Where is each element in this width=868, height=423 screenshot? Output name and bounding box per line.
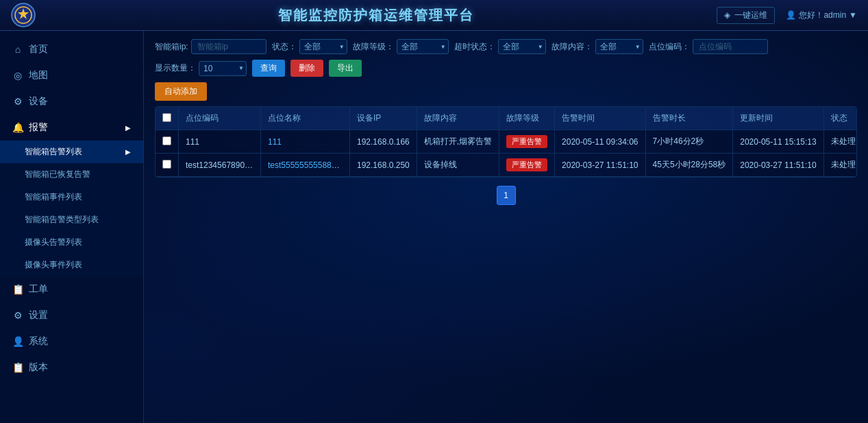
- row2-alarm-duration: 45天5小时28分58秒: [645, 154, 733, 177]
- row1-checkbox[interactable]: [162, 136, 171, 145]
- sidebar-item-settings-label: 设置: [29, 309, 48, 322]
- row1-location-name: 111: [261, 130, 350, 154]
- col-fault-level: 故障等级: [499, 107, 555, 130]
- fault-level-select-wrapper: 全部 严重告警 一般告警: [397, 39, 449, 54]
- auto-add-button[interactable]: 自动添加: [155, 82, 207, 101]
- table-body: 111 111 192.168.0.166 机箱打开,烟雾告警 严重告警 202…: [156, 130, 857, 177]
- row2-checkbox[interactable]: [162, 160, 171, 169]
- sidebar-item-system-label: 系统: [29, 335, 48, 348]
- version-icon: 📋: [12, 362, 23, 373]
- sidebar-item-device-label: 设备: [29, 95, 48, 108]
- row1-alarm-duration: 7小时46分2秒: [645, 130, 733, 154]
- sidebar-sub-smart-alarm-list[interactable]: 智能箱告警列表 ▶: [0, 141, 143, 163]
- table-header: 点位编码 点位名称 设备IP 故障内容 故障等级 告警时间 告警时长 更新时间 …: [156, 107, 857, 130]
- sidebar-item-work[interactable]: 📋 工单: [0, 276, 143, 302]
- alarm-icon: 🔔: [12, 122, 23, 133]
- settings-icon: ⚙: [12, 310, 23, 321]
- col-alarm-time: 告警时间: [555, 107, 645, 130]
- table-row: test12345678901234 test555555555888888 1…: [156, 154, 857, 177]
- sidebar-item-map-label: 地图: [29, 69, 48, 82]
- filter-status-label: 状态：: [272, 41, 297, 53]
- sidebar-item-version[interactable]: 📋 版本: [0, 354, 143, 380]
- sidebar-sub-smart-box-event[interactable]: 智能箱事件列表: [0, 186, 143, 208]
- alarm-table: 点位编码 点位名称 设备IP 故障内容 故障等级 告警时间 告警时长 更新时间 …: [156, 107, 857, 177]
- row1-status: 未处理: [823, 130, 857, 154]
- sidebar-item-work-label: 工单: [29, 283, 48, 295]
- alarm-table-container: 点位编码 点位名称 设备IP 故障内容 故障等级 告警时间 告警时长 更新时间 …: [155, 106, 857, 178]
- row2-location-link[interactable]: test555555555888888: [268, 160, 349, 170]
- export-button[interactable]: 导出: [329, 60, 362, 77]
- col-fault-content: 故障内容: [417, 107, 499, 130]
- smart-box-event-label: 智能箱事件列表: [25, 191, 82, 203]
- content-area: 智能箱ip: 状态： 全部 未处理 已处理 故障等级： 全部: [144, 31, 868, 423]
- smart-alarm-recovered-label: 智能箱已恢复告警: [25, 169, 90, 180]
- filter-timeout-label: 超时状态：: [454, 41, 495, 53]
- filter-ip-label: 智能箱ip:: [155, 41, 188, 53]
- select-all-checkbox[interactable]: [162, 113, 171, 122]
- status-select[interactable]: 全部 未处理 已处理: [299, 39, 347, 54]
- filter-location-label: 点位编码：: [649, 41, 690, 53]
- row2-status-text: 未处理: [831, 160, 856, 169]
- user-icon: 👤: [786, 10, 796, 20]
- timeout-select[interactable]: 全部: [498, 39, 546, 54]
- map-icon: ◎: [12, 70, 23, 81]
- display-count-select[interactable]: 10 20 50 100: [199, 61, 247, 76]
- sidebar-sub-camera-event-list[interactable]: 摄像头事件列表: [0, 254, 143, 276]
- chevron-down-icon: ▼: [849, 10, 857, 20]
- timeout-select-wrapper: 全部: [498, 39, 546, 54]
- sidebar-sub-smart-alarm-type[interactable]: 智能箱告警类型列表: [0, 208, 143, 231]
- sidebar-item-system[interactable]: 👤 系统: [0, 328, 143, 354]
- filter-display-count: 显示数量： 10 20 50 100: [155, 61, 247, 76]
- monitor-icon: ◈: [724, 10, 730, 20]
- row2-location-code: test12345678901234: [179, 154, 261, 177]
- status-select-wrapper: 全部 未处理 已处理: [299, 39, 347, 54]
- header-title: 智能监控防护箱运维管理平台: [36, 6, 717, 25]
- col-device-ip: 设备IP: [350, 107, 417, 130]
- filter-location: 点位编码：: [649, 39, 768, 54]
- row2-location-name: test555555555888888: [261, 154, 350, 177]
- table-row: 111 111 192.168.0.166 机箱打开,烟雾告警 严重告警 202…: [156, 130, 857, 154]
- sidebar-alarm-submenu: 智能箱告警列表 ▶ 智能箱已恢复告警 智能箱事件列表 智能箱告警类型列表 摄像头…: [0, 141, 143, 276]
- sidebar-item-device[interactable]: ⚙ 设备: [0, 88, 143, 114]
- col-location-name: 点位名称: [261, 107, 350, 130]
- user-label: 您好！admin: [799, 10, 846, 21]
- smart-alarm-list-label: 智能箱告警列表: [25, 146, 82, 158]
- row1-update-time: 2020-05-11 15:15:13: [733, 130, 823, 154]
- sidebar-item-settings[interactable]: ⚙ 设置: [0, 302, 143, 328]
- onekey-button[interactable]: ◈ 一键运维: [717, 7, 775, 24]
- row2-status: 未处理: [823, 154, 857, 177]
- display-count-select-wrapper: 10 20 50 100: [199, 61, 247, 76]
- col-update-time: 更新时间: [733, 107, 823, 130]
- header-logo-area: [11, 3, 36, 27]
- alarm-chevron-icon: ▶: [125, 124, 131, 132]
- fault-content-select[interactable]: 全部: [595, 39, 643, 54]
- location-input[interactable]: [693, 39, 768, 54]
- query-button[interactable]: 查询: [252, 60, 285, 77]
- delete-button[interactable]: 删除: [290, 60, 323, 77]
- home-icon: ⌂: [12, 44, 23, 55]
- row2-checkbox-cell: [156, 154, 179, 177]
- sidebar-sub-smart-alarm-recovered[interactable]: 智能箱已恢复告警: [0, 163, 143, 186]
- sidebar-item-home[interactable]: ⌂ 首页: [0, 36, 143, 62]
- sidebar: ⌂ 首页 ◎ 地图 ⚙ 设备 🔔 报警 ▶ 智能箱告警列表 ▶ 智能箱已恢复告警…: [0, 31, 144, 423]
- main-layout: ⌂ 首页 ◎ 地图 ⚙ 设备 🔔 报警 ▶ 智能箱告警列表 ▶ 智能箱已恢复告警…: [0, 31, 868, 423]
- user-menu[interactable]: 👤 您好！admin ▼: [786, 10, 857, 21]
- page-1-button[interactable]: 1: [497, 186, 516, 205]
- sidebar-item-home-label: 首页: [29, 43, 48, 56]
- row1-location-link[interactable]: 111: [268, 137, 282, 147]
- row1-status-text: 未处理: [831, 136, 856, 146]
- sidebar-item-alarm[interactable]: 🔔 报警 ▶: [0, 114, 143, 141]
- fault-level-select[interactable]: 全部 严重告警 一般告警: [397, 39, 449, 54]
- row1-device-ip: 192.168.0.166: [350, 130, 417, 154]
- sidebar-sub-camera-alarm-list[interactable]: 摄像头告警列表: [0, 231, 143, 254]
- filter-status: 状态： 全部 未处理 已处理: [272, 39, 347, 54]
- ip-input[interactable]: [191, 39, 266, 54]
- row2-update-time: 2020-03-27 11:51:10: [733, 154, 823, 177]
- header: 智能监控防护箱运维管理平台 ◈ 一键运维 👤 您好！admin ▼: [0, 0, 868, 31]
- fault-content-select-wrapper: 全部: [595, 39, 643, 54]
- col-location-code: 点位编码: [179, 107, 261, 130]
- header-right: ◈ 一键运维 👤 您好！admin ▼: [717, 7, 857, 24]
- sidebar-item-map[interactable]: ◎ 地图: [0, 62, 143, 88]
- system-icon: 👤: [12, 336, 23, 347]
- pagination: 1: [155, 186, 857, 205]
